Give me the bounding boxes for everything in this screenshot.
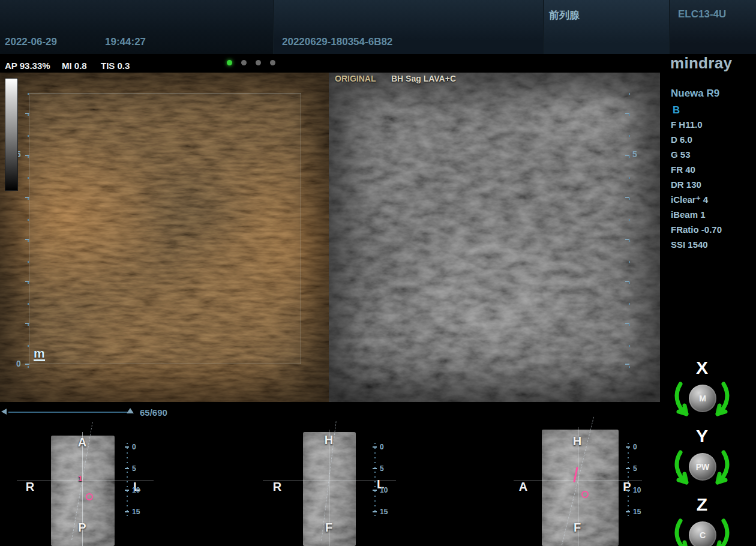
- param-fratio: FRatio -0.70: [671, 224, 722, 239]
- acoustic-power: AP 93.33%: [5, 61, 50, 71]
- ruler-label: 10: [380, 486, 388, 494]
- exam-time: 19:44:27: [105, 36, 146, 48]
- roi-box[interactable]: [29, 93, 301, 364]
- axis-z-label: Z: [671, 494, 733, 515]
- body-marker[interactable]: m: [34, 347, 45, 361]
- param-frame-rate: FR 40: [671, 164, 722, 179]
- exam-id: 20220629-180354-6B82: [282, 36, 392, 48]
- ruler-tick: [373, 511, 377, 512]
- knob-x[interactable]: M: [688, 384, 717, 413]
- ruler-tick: [373, 468, 377, 469]
- probe-name[interactable]: ELC13-4U: [678, 8, 726, 20]
- ruler-tick: [373, 490, 377, 491]
- ruler-tick: [626, 446, 630, 448]
- ruler-tick: [625, 239, 629, 240]
- ruler-tick: [626, 511, 630, 512]
- ruler-label: 0: [16, 359, 21, 368]
- image-parameter-list: F H11.0 D 6.0 G 53 FR 40 DR 130 iClear⁺ …: [671, 119, 722, 254]
- ruler-tick: [625, 364, 629, 365]
- ruler-tick: [625, 323, 629, 324]
- ruler-label: 15: [132, 508, 140, 516]
- ruler-label: 0: [380, 443, 384, 451]
- ruler-tick: [125, 511, 129, 512]
- page-dot-active[interactable]: [227, 60, 232, 65]
- ruler-tick: [626, 490, 630, 491]
- mri-vignette: [329, 73, 660, 402]
- ruler-label: 5: [633, 464, 637, 473]
- page-dot[interactable]: [256, 60, 261, 65]
- exam-date: 2022-06-29: [5, 36, 57, 48]
- ruler-label: 15: [380, 508, 388, 516]
- ruler-tick: [625, 281, 629, 282]
- ruler-tick: [25, 239, 29, 240]
- ruler-label: 5: [380, 464, 384, 473]
- ruler-tick: [25, 364, 29, 365]
- knob-y[interactable]: PW: [688, 452, 717, 481]
- cine-scrubber-track[interactable]: [8, 412, 128, 413]
- orientation-label-bottom: F: [322, 521, 336, 535]
- fusion-imaging-screen: 2022-06-29 19:44:27 20220629-180354-6B82…: [0, 0, 756, 546]
- orientation-label-top: H: [570, 434, 584, 448]
- param-depth: D 6.0: [671, 134, 722, 149]
- page-dot[interactable]: [270, 60, 275, 65]
- knob-z-label: C: [700, 530, 706, 540]
- ruler-tick: [125, 446, 129, 448]
- knob-x-label: M: [699, 394, 706, 403]
- knob-z[interactable]: C: [688, 521, 717, 546]
- orientation-label-top: H: [322, 433, 336, 447]
- knob-y-label: PW: [696, 462, 710, 472]
- axis-y-label: Y: [671, 426, 733, 446]
- mri-view[interactable]: [329, 73, 660, 402]
- ruler-tick: [25, 323, 29, 324]
- ruler-label: 0: [132, 443, 136, 451]
- param-ibeam: iBeam 1: [671, 209, 722, 224]
- depth-ruler-right: [629, 93, 630, 372]
- ruler-label: 15: [633, 508, 641, 516]
- target-marker-number: 1: [78, 474, 82, 483]
- ruler-tick: [625, 197, 629, 198]
- tis-value: TIS 0.3: [101, 61, 130, 71]
- orientation-label-bottom: P: [75, 521, 89, 535]
- param-gain: G 53: [671, 149, 722, 164]
- mri-source-label: ORIGINAL: [335, 74, 376, 83]
- page-dot[interactable]: [241, 60, 247, 65]
- frame-counter: 65/690: [140, 407, 167, 418]
- param-iclear: iClear⁺ 4: [671, 194, 722, 209]
- param-frequency: F H11.0: [671, 119, 722, 134]
- mi-value: MI 0.8: [62, 61, 87, 71]
- orientation-label-left: R: [23, 480, 37, 494]
- thumb-ruler: [127, 443, 128, 516]
- ruler-tick: [626, 468, 630, 469]
- orientation-label-bottom: F: [570, 521, 584, 535]
- orientation-label-top: A: [75, 436, 89, 449]
- topbar-divider: [273, 0, 274, 54]
- ruler-tick: [25, 281, 29, 282]
- ruler-tick: [625, 155, 629, 156]
- param-ssi: SSI 1540: [671, 239, 722, 254]
- orientation-label-left: A: [516, 480, 530, 494]
- ruler-tick: [625, 113, 629, 114]
- mindray-logo: mindray: [670, 54, 732, 73]
- depth-ruler-left: [28, 93, 29, 372]
- ruler-tick: [25, 113, 29, 114]
- ruler-tick: [25, 197, 29, 198]
- cine-back-icon[interactable]: [1, 409, 7, 415]
- orientation-label-left: R: [270, 480, 284, 494]
- grayscale-bar: [5, 78, 18, 191]
- exam-preset[interactable]: 前列腺: [549, 8, 580, 22]
- ruler-tick: [373, 446, 377, 448]
- ruler-label: 5: [632, 149, 637, 159]
- topbar-divider: [543, 0, 544, 54]
- axis-x-label: X: [671, 358, 733, 378]
- cine-position-marker[interactable]: [127, 408, 134, 413]
- mri-sequence-label: BH Sag LAVA+C: [391, 74, 456, 83]
- orientation-label-right: P: [620, 480, 634, 494]
- ruler-label: 5: [132, 464, 136, 473]
- target-marker-ring: [86, 493, 93, 500]
- thumb-ruler: [374, 443, 376, 516]
- system-model: Nuewa R9: [671, 88, 719, 100]
- ruler-tick: [25, 155, 29, 156]
- thumb-ruler: [628, 443, 629, 516]
- ruler-label: 0: [633, 443, 637, 451]
- ruler-tick: [125, 468, 129, 469]
